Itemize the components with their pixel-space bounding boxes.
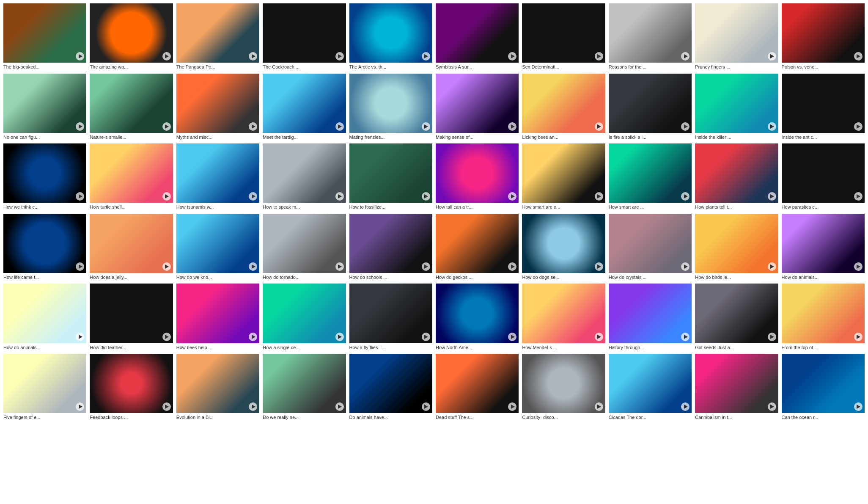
play-button[interactable] [76, 262, 84, 271]
play-button[interactable] [422, 402, 430, 411]
video-item-24[interactable]: How to speak m... [263, 143, 346, 210]
play-button[interactable] [508, 402, 516, 411]
play-button[interactable] [76, 52, 84, 61]
video-item-45[interactable]: How a fly flies - ... [349, 284, 432, 350]
play-button[interactable] [595, 52, 603, 61]
play-button[interactable] [162, 262, 171, 271]
video-item-23[interactable]: How tsunamis w... [176, 143, 259, 210]
video-item-22[interactable]: How turtle shell... [90, 143, 173, 210]
play-button[interactable] [681, 402, 689, 411]
video-item-58[interactable]: Cicadas The dor... [609, 354, 692, 421]
play-button[interactable] [422, 52, 430, 61]
play-button[interactable] [249, 192, 257, 201]
video-item-1[interactable]: The big-beaked... [3, 3, 86, 70]
video-item-9[interactable]: Pruney fingers ... [695, 3, 778, 70]
video-item-27[interactable]: How smart are o... [522, 143, 605, 210]
video-item-33[interactable]: How do we kno... [176, 214, 259, 281]
video-item-42[interactable]: How did feather... [90, 284, 173, 350]
play-button[interactable] [854, 333, 863, 341]
play-button[interactable] [595, 333, 603, 341]
video-item-16[interactable]: Making sense of... [436, 74, 519, 140]
video-item-35[interactable]: How do schools ... [349, 214, 432, 281]
play-button[interactable] [249, 262, 257, 271]
play-button[interactable] [595, 192, 603, 201]
video-item-25[interactable]: How to fossilize... [349, 143, 432, 210]
play-button[interactable] [422, 333, 430, 341]
video-item-36[interactable]: How do geckos ... [436, 214, 519, 281]
video-item-10[interactable]: Poison vs. veno... [782, 3, 865, 70]
play-button[interactable] [768, 262, 776, 271]
video-item-4[interactable]: The Cockroach ... [263, 3, 346, 70]
play-button[interactable] [422, 262, 430, 271]
video-item-8[interactable]: Reasons for the ... [609, 3, 692, 70]
play-button[interactable] [249, 333, 257, 341]
video-item-53[interactable]: Evolution in a Bi... [176, 354, 259, 421]
play-button[interactable] [335, 333, 344, 341]
play-button[interactable] [249, 122, 257, 131]
play-button[interactable] [768, 402, 776, 411]
play-button[interactable] [162, 52, 171, 61]
play-button[interactable] [162, 402, 171, 411]
video-item-2[interactable]: The amazing wa... [90, 3, 173, 70]
play-button[interactable] [162, 333, 171, 341]
video-item-39[interactable]: How do birds le... [695, 214, 778, 281]
play-button[interactable] [681, 52, 689, 61]
video-item-17[interactable]: Licking bees an... [522, 74, 605, 140]
play-button[interactable] [595, 262, 603, 271]
video-item-15[interactable]: Mating frenzies... [349, 74, 432, 140]
video-item-12[interactable]: Nature-s smalle... [90, 74, 173, 140]
play-button[interactable] [681, 122, 689, 131]
video-item-40[interactable]: How do animals... [782, 214, 865, 281]
video-item-3[interactable]: The Pangaea Po... [176, 3, 259, 70]
video-item-59[interactable]: Cannibalism in t... [695, 354, 778, 421]
video-item-30[interactable]: How parasites c... [782, 143, 865, 210]
play-button[interactable] [768, 122, 776, 131]
play-button[interactable] [854, 122, 863, 131]
play-button[interactable] [595, 402, 603, 411]
play-button[interactable] [681, 333, 689, 341]
play-button[interactable] [335, 402, 344, 411]
video-item-28[interactable]: How smart are ... [609, 143, 692, 210]
play-button[interactable] [595, 122, 603, 131]
video-item-34[interactable]: How do tornado... [263, 214, 346, 281]
video-item-50[interactable]: From the top of ... [782, 284, 865, 350]
play-button[interactable] [76, 192, 84, 201]
video-item-32[interactable]: How does a jelly... [90, 214, 173, 281]
video-item-21[interactable]: How we think c... [3, 143, 86, 210]
video-item-37[interactable]: How do dogs se... [522, 214, 605, 281]
video-item-49[interactable]: Got seeds Just a... [695, 284, 778, 350]
play-button[interactable] [768, 52, 776, 61]
video-item-7[interactable]: Sex Determinati... [522, 3, 605, 70]
play-button[interactable] [768, 333, 776, 341]
video-item-31[interactable]: How life came t... [3, 214, 86, 281]
play-button[interactable] [508, 192, 516, 201]
video-item-20[interactable]: Inside the ant c... [782, 74, 865, 140]
video-item-5[interactable]: The Arctic vs. th... [349, 3, 432, 70]
play-button[interactable] [508, 122, 516, 131]
video-item-18[interactable]: Is fire a solid- a l... [609, 74, 692, 140]
video-item-44[interactable]: How a single-ce... [263, 284, 346, 350]
play-button[interactable] [422, 192, 430, 201]
play-button[interactable] [681, 262, 689, 271]
play-button[interactable] [76, 402, 84, 411]
play-button[interactable] [162, 192, 171, 201]
video-item-11[interactable]: No one can figu... [3, 74, 86, 140]
play-button[interactable] [162, 122, 171, 131]
video-item-26[interactable]: How tall can a tr... [436, 143, 519, 210]
video-item-52[interactable]: Feedback loops ... [90, 354, 173, 421]
play-button[interactable] [249, 52, 257, 61]
video-item-13[interactable]: Myths and misc... [176, 74, 259, 140]
play-button[interactable] [854, 402, 863, 411]
play-button[interactable] [335, 52, 344, 61]
play-button[interactable] [681, 192, 689, 201]
play-button[interactable] [335, 192, 344, 201]
video-item-55[interactable]: Do animals have... [349, 354, 432, 421]
play-button[interactable] [422, 122, 430, 131]
play-button[interactable] [854, 52, 863, 61]
video-item-43[interactable]: How bees help ... [176, 284, 259, 350]
video-item-38[interactable]: How do crystals ... [609, 214, 692, 281]
video-item-19[interactable]: Inside the killer ... [695, 74, 778, 140]
video-item-41[interactable]: How do animals... [3, 284, 86, 350]
play-button[interactable] [854, 192, 863, 201]
video-item-47[interactable]: How Mendel-s ... [522, 284, 605, 350]
